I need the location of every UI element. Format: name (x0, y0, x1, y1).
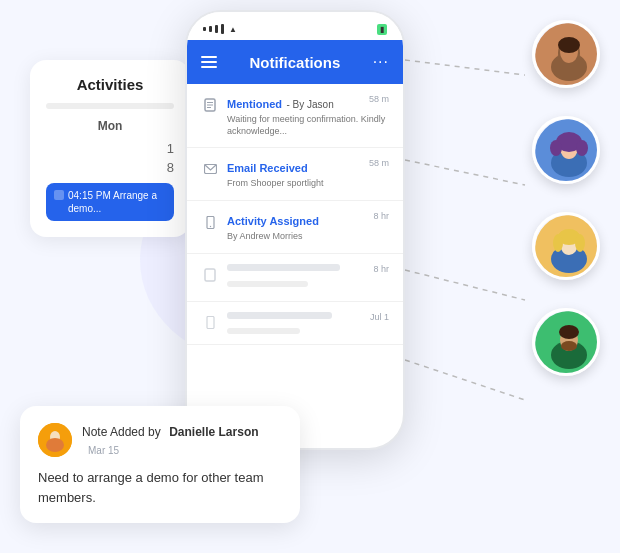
phone-icon (201, 213, 219, 231)
skeleton-row-top-2: Jul 1 (227, 312, 389, 322)
svg-line-1 (405, 160, 525, 185)
activities-num-1: 1 (46, 141, 174, 156)
email-title-row: Email Received 58 m (227, 158, 389, 176)
skeleton-content-1: 8 hr (227, 264, 389, 291)
battery-icon: ▮ (377, 24, 387, 35)
avatar-3 (532, 212, 600, 280)
menu-line-1 (201, 56, 217, 58)
avatar-2-image (535, 119, 600, 184)
svg-line-3 (405, 360, 525, 400)
svg-point-20 (550, 140, 562, 156)
note-header: Note Added by Danielle Larson Mar 15 (38, 422, 282, 458)
notification-mentioned[interactable]: Mentioned - By Jason 58 m Waiting for me… (187, 84, 403, 148)
skeleton-title-bar-2 (227, 312, 332, 319)
wifi-icon: ▲ (229, 25, 237, 34)
activities-title: Activities (46, 76, 174, 93)
svg-rect-10 (205, 269, 215, 281)
activities-line-decoration (46, 103, 174, 109)
signal-bar-4 (221, 24, 224, 34)
menu-line-2 (201, 61, 217, 63)
activity-title-row: Activity Assigned 8 hr (227, 211, 389, 229)
activities-panel: Activities Mon 1 8 04:15 PM Arrange a de… (30, 60, 190, 237)
notification-title-row: Mentioned - By Jason 58 m (227, 94, 389, 112)
svg-point-35 (46, 438, 64, 452)
svg-point-32 (559, 325, 579, 339)
signal-bar-1 (203, 27, 206, 31)
event-checkbox (54, 190, 64, 200)
signal-indicators: ▲ (203, 24, 237, 34)
phone-header: Notifications ··· (187, 40, 403, 84)
avatar-4-image (535, 311, 600, 376)
avatar-1 (532, 20, 600, 88)
activity-subtitle: By Andrew Morries (227, 231, 389, 243)
activity-event: 04:15 PM Arrange a demo... (46, 183, 174, 221)
skeleton-phone-icon (201, 314, 219, 332)
avatar-2 (532, 116, 600, 184)
skeleton-subtitle-bar (227, 281, 308, 287)
skeleton-title-bar (227, 264, 340, 271)
email-subtitle: From Shooper sportlight (227, 178, 389, 190)
signal-bar-2 (209, 26, 212, 32)
skeleton-time-1: 8 hr (373, 264, 389, 275)
svg-point-27 (575, 234, 585, 252)
svg-point-26 (553, 234, 563, 252)
svg-line-2 (405, 270, 525, 300)
note-author-avatar (38, 423, 72, 457)
email-title-text: Email Received (227, 158, 308, 176)
svg-line-0 (405, 60, 525, 75)
skeleton-doc-icon (201, 266, 219, 284)
svg-point-21 (576, 140, 588, 156)
svg-point-31 (561, 341, 577, 351)
phone-title: Notifications (249, 54, 340, 71)
skeleton-notification-2: Jul 1 (187, 302, 403, 345)
note-author-name: Danielle Larson (169, 425, 258, 439)
avatar-list (532, 20, 600, 376)
notification-title-text: Mentioned - By Jason (227, 94, 334, 112)
avatar-1-image (535, 23, 600, 88)
phone-notch (265, 12, 325, 26)
skeleton-row-top: 8 hr (227, 264, 389, 275)
more-options-button[interactable]: ··· (373, 53, 389, 71)
email-icon (201, 160, 219, 178)
skeleton-notification-1: 8 hr (187, 254, 403, 302)
notification-email-content: Email Received 58 m From Shooper sportli… (227, 158, 389, 190)
avatar-3-image (535, 215, 600, 280)
event-text: 04:15 PM Arrange a demo... (68, 189, 166, 215)
skeleton-time-2: Jul 1 (370, 312, 389, 322)
activities-num-2: 8 (46, 160, 174, 175)
svg-point-9 (209, 225, 210, 226)
phone-status-bar: ▲ ▮ (187, 12, 403, 40)
notification-activity-content: Activity Assigned 8 hr By Andrew Morries (227, 211, 389, 243)
signal-bar-3 (215, 25, 218, 33)
activity-title-text: Activity Assigned (227, 211, 319, 229)
phone-mockup: ▲ ▮ Notifications ··· Mentioned (185, 10, 405, 450)
skeleton-content-2: Jul 1 (227, 312, 389, 334)
menu-line-3 (201, 66, 217, 68)
activities-day: Mon (46, 119, 174, 133)
notification-desc: Waiting for meeting confirmation. Kindly… (227, 114, 389, 137)
notification-activity[interactable]: Activity Assigned 8 hr By Andrew Morries (187, 201, 403, 254)
note-date: Mar 15 (88, 445, 119, 456)
note-card: Note Added by Danielle Larson Mar 15 Nee… (20, 406, 300, 523)
note-body: Need to arrange a demo for other team me… (38, 468, 282, 507)
notification-mentioned-content: Mentioned - By Jason 58 m Waiting for me… (227, 94, 389, 137)
hamburger-menu[interactable] (201, 56, 217, 68)
doc-icon (201, 96, 219, 114)
avatar-4 (532, 308, 600, 376)
note-title-group: Note Added by Danielle Larson Mar 15 (82, 422, 282, 458)
note-prefix: Note Added by (82, 425, 161, 439)
skeleton-subtitle-bar-2 (227, 328, 300, 334)
svg-point-15 (558, 37, 580, 53)
notification-email[interactable]: Email Received 58 m From Shooper sportli… (187, 148, 403, 201)
